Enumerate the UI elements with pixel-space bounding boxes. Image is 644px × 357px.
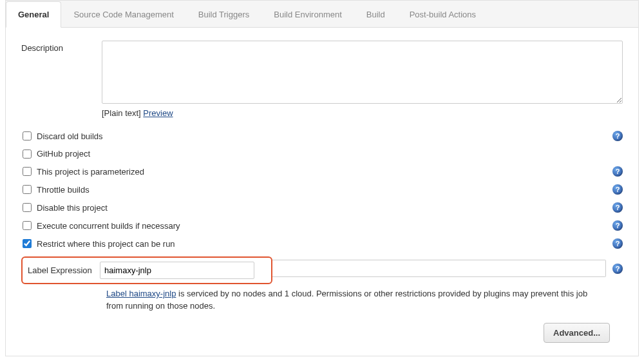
general-panel: Description [Plain text] Preview Discard… [5, 28, 639, 356]
label-link[interactable]: Label haimaxy-jnlp [106, 289, 176, 298]
tab-build[interactable]: Build [354, 1, 397, 28]
disable-project-label: Disable this project [37, 203, 612, 213]
github-project-label: GitHub project [37, 149, 623, 159]
label-expression-label: Label Expression [28, 265, 100, 275]
tab-post-build[interactable]: Post-build Actions [397, 1, 488, 28]
discard-old-builds-label: Discard old builds [37, 131, 612, 141]
plain-text-label: [Plain text] [102, 108, 141, 118]
parameterized-checkbox[interactable] [23, 167, 32, 176]
throttle-builds-label: Throttle builds [37, 185, 612, 195]
description-label: Description [21, 41, 102, 53]
help-icon[interactable]: ? [612, 166, 623, 177]
help-icon[interactable]: ? [612, 220, 623, 231]
concurrent-builds-checkbox[interactable] [23, 221, 32, 230]
tab-build-triggers[interactable]: Build Triggers [186, 1, 261, 28]
help-icon[interactable]: ? [612, 131, 623, 141]
config-tabs: General Source Code Management Build Tri… [5, 0, 639, 28]
tab-scm[interactable]: Source Code Management [61, 1, 185, 28]
tab-build-environment[interactable]: Build Environment [261, 1, 354, 28]
advanced-button[interactable]: Advanced... [544, 323, 610, 343]
restrict-node-checkbox[interactable] [23, 239, 32, 248]
help-icon[interactable]: ? [612, 238, 623, 249]
help-icon[interactable]: ? [612, 264, 623, 274]
disable-project-checkbox[interactable] [23, 203, 32, 212]
help-icon[interactable]: ? [612, 184, 623, 195]
tab-general[interactable]: General [6, 1, 61, 28]
description-input[interactable] [102, 41, 623, 104]
label-expression-input-ext[interactable] [272, 260, 606, 277]
concurrent-builds-label: Execute concurrent builds if necessary [37, 221, 612, 231]
github-project-checkbox[interactable] [23, 150, 32, 159]
label-expression-input[interactable] [100, 262, 254, 279]
parameterized-label: This project is parameterized [37, 167, 612, 177]
discard-old-builds-checkbox[interactable] [23, 131, 32, 140]
help-icon[interactable]: ? [612, 202, 623, 213]
preview-link[interactable]: Preview [143, 108, 173, 118]
label-expression-highlight: Label Expression [21, 256, 272, 284]
restrict-node-label: Restrict where this project can be run [37, 239, 612, 249]
throttle-builds-checkbox[interactable] [23, 185, 32, 194]
label-expression-help-text: Label haimaxy-jnlp is serviced by no nod… [106, 288, 623, 313]
